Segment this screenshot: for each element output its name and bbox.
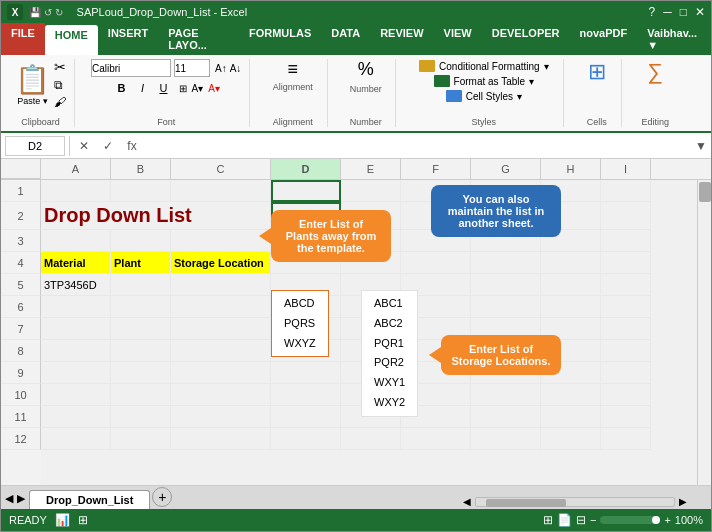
paste-button[interactable]: 📋 Paste ▾: [15, 63, 50, 106]
maximize-btn[interactable]: □: [680, 5, 687, 19]
view-layout-icon[interactable]: 📄: [557, 513, 572, 527]
cell-d1[interactable]: [271, 180, 341, 202]
col-header-i[interactable]: I: [601, 159, 651, 179]
col-header-d[interactable]: D: [271, 159, 341, 179]
cell-h4[interactable]: [541, 252, 601, 274]
cell-i2[interactable]: [601, 202, 651, 230]
cell-i9[interactable]: [601, 362, 651, 384]
cell-h10[interactable]: [541, 384, 601, 406]
add-sheet-button[interactable]: +: [152, 487, 172, 507]
cell-d9[interactable]: [271, 362, 341, 384]
col-header-f[interactable]: F: [401, 159, 471, 179]
sheet-scroll-left[interactable]: ◀: [463, 496, 471, 507]
tab-developer[interactable]: DEVELOPER: [482, 23, 570, 55]
tab-novapdf[interactable]: novaPDF: [570, 23, 638, 55]
cell-f12[interactable]: [401, 428, 471, 450]
cell-c4-header[interactable]: Storage Location: [171, 252, 271, 274]
cell-d12[interactable]: [271, 428, 341, 450]
copy-icon[interactable]: ⧉: [54, 78, 66, 92]
cell-e12[interactable]: [341, 428, 401, 450]
cell-f4[interactable]: [401, 252, 471, 274]
cell-e1[interactable]: [341, 180, 401, 202]
font-size-input[interactable]: [174, 59, 210, 77]
horizontal-scrollbar[interactable]: [475, 497, 675, 507]
cell-b3[interactable]: [111, 230, 171, 252]
row-6[interactable]: 6: [1, 296, 41, 318]
cell-b12[interactable]: [111, 428, 171, 450]
cell-a9[interactable]: [41, 362, 111, 384]
cell-b4-header[interactable]: Plant: [111, 252, 171, 274]
col-header-e[interactable]: E: [341, 159, 401, 179]
close-btn[interactable]: ✕: [695, 5, 705, 19]
col-header-a[interactable]: A: [41, 159, 111, 179]
cell-b10[interactable]: [111, 384, 171, 406]
cell-a1[interactable]: [41, 180, 111, 202]
row-9[interactable]: 9: [1, 362, 41, 384]
zoom-thumb[interactable]: [652, 516, 660, 524]
tab-user[interactable]: Vaibhav... ▼: [637, 23, 711, 55]
cell-c12[interactable]: [171, 428, 271, 450]
prev-sheet-arrow[interactable]: ◀: [5, 492, 13, 505]
cell-i11[interactable]: [601, 406, 651, 428]
help-btn[interactable]: ?: [649, 5, 656, 19]
fill-color-icon[interactable]: A▾: [192, 83, 204, 94]
row-5[interactable]: 5: [1, 274, 41, 296]
cell-a6[interactable]: [41, 296, 111, 318]
cell-a10[interactable]: [41, 384, 111, 406]
cell-c6[interactable]: [171, 296, 271, 318]
cell-g5[interactable]: [471, 274, 541, 296]
cell-h5[interactable]: [541, 274, 601, 296]
tab-data[interactable]: DATA: [321, 23, 370, 55]
cell-a11[interactable]: [41, 406, 111, 428]
insert-function-button[interactable]: fx: [122, 136, 142, 156]
cell-reference-input[interactable]: [5, 136, 65, 156]
format-painter-icon[interactable]: 🖌: [54, 95, 66, 109]
cell-b11[interactable]: [111, 406, 171, 428]
zoom-in-icon[interactable]: +: [664, 514, 670, 526]
row-11[interactable]: 11: [1, 406, 41, 428]
border-icon[interactable]: ⊞: [179, 83, 187, 94]
underline-button[interactable]: U: [155, 79, 173, 97]
cell-b6[interactable]: [111, 296, 171, 318]
cell-i3[interactable]: [601, 230, 651, 252]
row-2[interactable]: 2: [1, 202, 41, 230]
cell-i1[interactable]: [601, 180, 651, 202]
zoom-out-icon[interactable]: −: [590, 514, 596, 526]
conditional-formatting-button[interactable]: Conditional Formatting ▾: [415, 59, 553, 73]
cell-a7[interactable]: [41, 318, 111, 340]
cell-c7[interactable]: [171, 318, 271, 340]
cell-a2-title[interactable]: Drop Down List: [41, 202, 271, 230]
font-color-icon[interactable]: A▾: [208, 83, 220, 94]
cut-icon[interactable]: ✂: [54, 59, 66, 75]
cell-h11[interactable]: [541, 406, 601, 428]
cell-c10[interactable]: [171, 384, 271, 406]
cell-h12[interactable]: [541, 428, 601, 450]
tab-pagelayout[interactable]: PAGE LAYO...: [158, 23, 239, 55]
cell-i12[interactable]: [601, 428, 651, 450]
expand-formula-icon[interactable]: ▼: [695, 139, 707, 153]
row-4[interactable]: 4: [1, 252, 41, 274]
cell-b9[interactable]: [111, 362, 171, 384]
confirm-formula-button[interactable]: ✓: [98, 136, 118, 156]
cell-g6[interactable]: [471, 296, 541, 318]
vertical-scrollbar[interactable]: [697, 180, 711, 509]
minimize-btn[interactable]: ─: [663, 5, 672, 19]
col-header-h[interactable]: H: [541, 159, 601, 179]
cell-c5[interactable]: [171, 274, 271, 296]
cell-c9[interactable]: [171, 362, 271, 384]
cell-c11[interactable]: [171, 406, 271, 428]
cell-c3[interactable]: [171, 230, 271, 252]
italic-button[interactable]: I: [134, 79, 152, 97]
decrease-font-icon[interactable]: A↓: [230, 63, 242, 74]
col-header-c[interactable]: C: [171, 159, 271, 179]
cell-b5[interactable]: [111, 274, 171, 296]
cell-b1[interactable]: [111, 180, 171, 202]
row-8[interactable]: 8: [1, 340, 41, 362]
cell-a8[interactable]: [41, 340, 111, 362]
cell-g4[interactable]: [471, 252, 541, 274]
tab-review[interactable]: REVIEW: [370, 23, 433, 55]
tab-formulas[interactable]: FORMULAS: [239, 23, 321, 55]
cell-i4[interactable]: [601, 252, 651, 274]
bold-button[interactable]: B: [113, 79, 131, 97]
view-normal-icon[interactable]: ⊞: [543, 513, 553, 527]
